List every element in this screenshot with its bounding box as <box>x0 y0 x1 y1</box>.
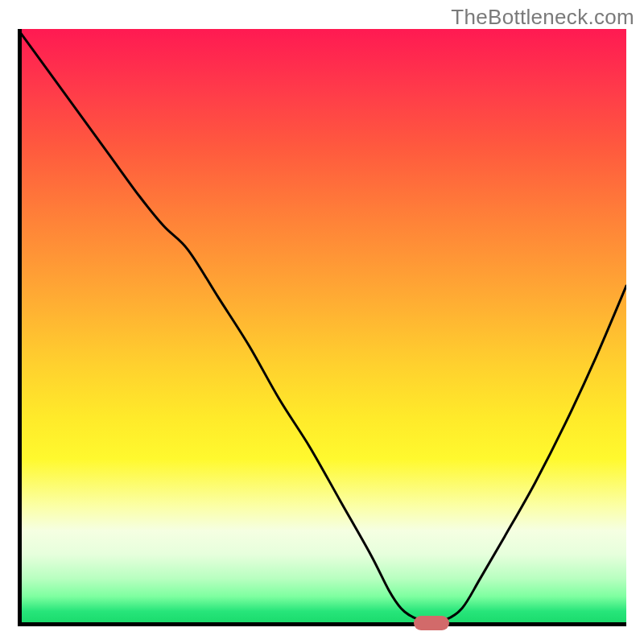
x-axis <box>18 622 626 626</box>
plot-area <box>18 29 626 626</box>
watermark-text: TheBottleneck.com <box>451 5 634 30</box>
y-axis <box>18 29 22 626</box>
optimal-point-marker <box>414 616 449 630</box>
bottleneck-curve <box>18 29 626 621</box>
curve-svg <box>18 29 626 626</box>
chart-container: TheBottleneck.com <box>0 0 644 644</box>
